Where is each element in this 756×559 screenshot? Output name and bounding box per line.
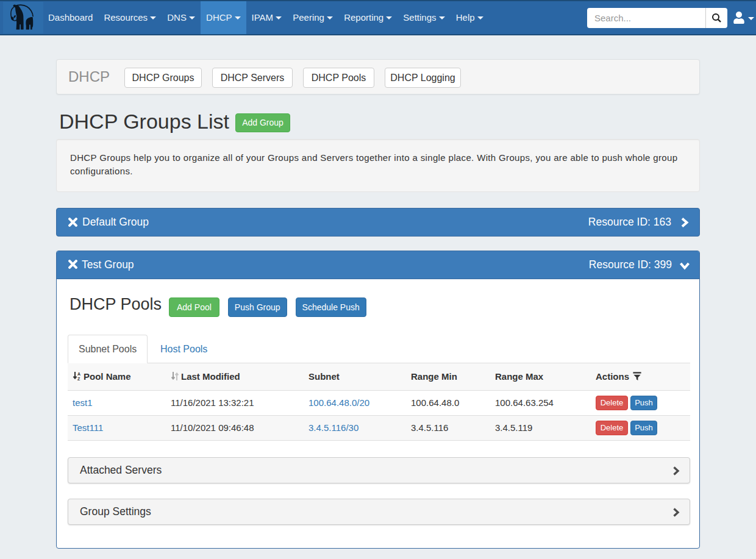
svg-text:Z: Z xyxy=(77,377,80,381)
svg-text:A: A xyxy=(77,372,80,376)
